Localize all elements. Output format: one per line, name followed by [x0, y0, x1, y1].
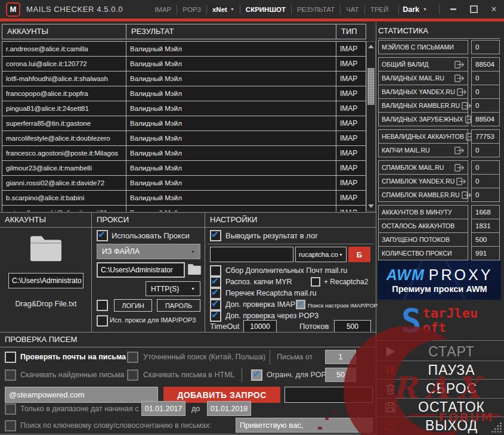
- menu-item[interactable]: IMAP ▼: [149, 5, 177, 14]
- export-icon[interactable]: [454, 164, 465, 172]
- table-row[interactable]: corona.lui@alice.it:120772 Валидный Мэйл…: [2, 57, 366, 72]
- menu-item[interactable]: СКРИНШОТ ▼: [240, 5, 291, 14]
- awm-subtitle: Премиум прокси AWM: [392, 284, 487, 294]
- imap-check-label: Доп. проверка IMAP: [225, 300, 295, 309]
- keyword-input[interactable]: Приветствую вас,: [236, 418, 373, 433]
- export-icon[interactable]: [454, 74, 465, 82]
- minimize-button[interactable]: [449, 5, 457, 14]
- table-row[interactable]: pingua81@alice.it:24sett81 Валидный Мэйл…: [2, 101, 366, 116]
- proxy-file-path-input[interactable]: C:\Users\Administrator: [97, 262, 185, 278]
- soft-logo-top: tarJleu: [423, 306, 478, 321]
- check-mails-checkbox[interactable]: [5, 352, 16, 363]
- table-row[interactable]: francopopo@alice.it:popfra Валидный Мэйл…: [2, 86, 366, 101]
- date-from-input[interactable]: 01.01.2017: [141, 401, 185, 416]
- pause-button[interactable]: ПАУЗА: [376, 361, 504, 379]
- scroll-up-icon[interactable]: [367, 42, 375, 51]
- exit-button[interactable]: ВЫХОД: [376, 417, 504, 435]
- table-row[interactable]: gianni.rossi02@alice.it:davide72 Валидны…: [2, 176, 366, 191]
- query-input[interactable]: @steampowered.com: [5, 387, 158, 403]
- recaptcha2-checkbox[interactable]: [311, 277, 320, 287]
- play-icon: [376, 346, 404, 358]
- table-row[interactable]: francesco.agostoni@poste.it:Milagos Вали…: [2, 146, 366, 161]
- menu-item[interactable]: ЧАТ ▼: [340, 5, 364, 14]
- letters-from-input[interactable]: 1: [325, 350, 356, 364]
- accounts-file-path-input[interactable]: C:\Users\Administrato: [8, 273, 84, 288]
- cell-type: IMAP: [336, 57, 366, 71]
- reset-button[interactable]: СБРОС: [376, 379, 504, 397]
- app-window: M MAILS CHECKER 4.5.0.0 IMAP ▼ POP3 ▼ xN…: [0, 0, 504, 435]
- stat-row: КОЛИЧЕСТВО ПРОКСИ 991: [378, 246, 500, 260]
- cell-account: corona.lui@alice.it:120772: [2, 57, 126, 71]
- theme-select[interactable]: Dark ▼: [398, 5, 431, 14]
- rest-button[interactable]: ОСТАТОК: [376, 398, 504, 417]
- use-proxy-checkbox[interactable]: [97, 230, 108, 241]
- add-query-button[interactable]: ДОБАВИТЬ ЗАПРОС: [163, 387, 280, 403]
- menu-item[interactable]: РЕЗУЛЬТАТ ▼: [291, 5, 340, 14]
- use-proxy-label: Использовать Прокси: [112, 231, 190, 240]
- menu-item[interactable]: POP3 ▼: [177, 5, 206, 14]
- cell-type: IMAP: [336, 146, 366, 160]
- folder-icon[interactable]: [27, 233, 65, 266]
- table-row[interactable]: superferra85@tin.it:gastone Валидный Мэй…: [2, 116, 366, 131]
- export-icon[interactable]: [457, 88, 467, 96]
- pop3-limit-input[interactable]: 50: [325, 368, 356, 382]
- maximize-button[interactable]: [469, 5, 478, 14]
- export-icon[interactable]: [456, 178, 466, 185]
- proxy-type-select[interactable]: HTTP(S) ▼: [146, 281, 200, 296]
- query-extra-input[interactable]: [285, 387, 373, 403]
- log-output-checkbox[interactable]: [210, 230, 221, 241]
- proxy-auth-checkbox[interactable]: [97, 300, 108, 311]
- imap-settings-search-checkbox[interactable]: [296, 300, 305, 309]
- table-header: АККАУНТЫ РЕЗУЛЬТАТ ТИП: [2, 24, 366, 39]
- awm-proxy-banner[interactable]: AWM PROXY Премиум прокси AWM: [378, 260, 501, 300]
- export-icon[interactable]: [462, 191, 472, 199]
- resize-grip[interactable]: [491, 422, 502, 433]
- proxy-for-imap-pop3-checkbox[interactable]: [97, 315, 108, 327]
- start-button[interactable]: СТАРТ: [376, 343, 504, 361]
- stat-value: 0: [471, 85, 500, 99]
- table-row[interactable]: gilmour23@alice.it:mambelli Валидный Мэй…: [2, 161, 366, 176]
- close-button[interactable]: ✕: [490, 5, 498, 14]
- column-header-type[interactable]: ТИП: [336, 24, 366, 39]
- browse-folder-icon[interactable]: [187, 263, 202, 278]
- date-range-checkbox[interactable]: [5, 403, 16, 415]
- timeout-input[interactable]: 10000: [243, 320, 277, 333]
- captcha-service-select[interactable]: rucaptcha.co ▼: [295, 247, 347, 262]
- column-header-result[interactable]: РЕЗУЛЬТАТ: [126, 24, 336, 39]
- starjleu-soft-logo[interactable]: S tarJleu oft: [378, 302, 501, 340]
- proxy-source-select[interactable]: ИЗ ФАЙЛА ▼: [97, 244, 200, 259]
- threads-input[interactable]: 500: [334, 320, 371, 333]
- cell-type: IMAP: [336, 42, 366, 56]
- pop3-limit-checkbox[interactable]: [251, 369, 262, 381]
- menu-item[interactable]: ТРЕЙ ▼: [364, 5, 394, 14]
- menu-item[interactable]: xNet ▼: [206, 5, 240, 14]
- cell-type: IMAP: [336, 86, 366, 101]
- download-html-checkbox[interactable]: [127, 369, 138, 381]
- captcha-key-input[interactable]: [210, 247, 293, 262]
- scrollbar-thumb[interactable]: [367, 68, 375, 105]
- proxy-login-button[interactable]: ЛОГИН: [114, 299, 152, 312]
- table-row[interactable]: antonello.marchi@alice.it:marti91 Валидн…: [2, 206, 366, 212]
- scroll-down-icon[interactable]: [367, 202, 375, 210]
- stat-value: 1668: [471, 205, 500, 219]
- export-icon[interactable]: [454, 61, 465, 69]
- export-icon[interactable]: [462, 102, 472, 110]
- pop3-check-checkbox[interactable]: [210, 310, 221, 322]
- date-to-word: до: [191, 405, 200, 413]
- balance-button[interactable]: Б: [348, 247, 370, 262]
- table-scrollbar[interactable]: [366, 41, 376, 212]
- table-row[interactable]: marcolifestyle@alice.it:doublezero Валид…: [2, 131, 366, 146]
- table-row[interactable]: lotfi-mahfoudhi@alice.it:shalwash Валидн…: [2, 72, 366, 86]
- table-row[interactable]: b.scarpino@alice.it:babini Валидный Мэйл…: [2, 191, 366, 206]
- keyword-search-checkbox[interactable]: [5, 420, 16, 431]
- proxy-password-button[interactable]: ПАРОЛЬ: [157, 299, 200, 312]
- refined-search-checkbox[interactable]: [127, 352, 138, 363]
- export-icon[interactable]: [454, 147, 465, 154]
- column-header-accounts[interactable]: АККАУНТЫ: [2, 24, 126, 39]
- download-found-checkbox[interactable]: [5, 369, 16, 381]
- statistics-title: СТАТИСТИКА: [378, 24, 500, 39]
- stat-value: 77753: [471, 129, 500, 144]
- settings-divider: [208, 244, 373, 244]
- date-to-input[interactable]: 01.01.2018: [207, 401, 251, 416]
- table-row[interactable]: r.andreose@alice.it:camilla Валидный Мэй…: [2, 42, 366, 57]
